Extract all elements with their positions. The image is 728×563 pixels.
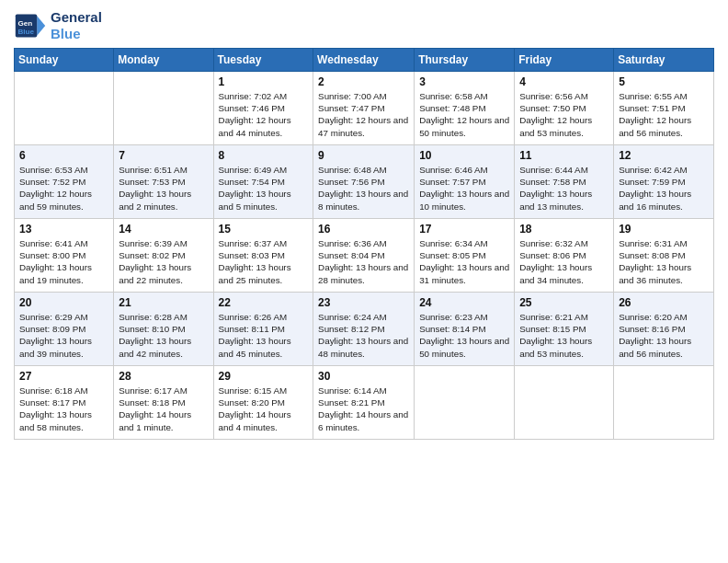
day-number: 23 (318, 296, 409, 309)
day-info: Sunrise: 7:02 AM Sunset: 7:46 PM Dayligh… (219, 90, 309, 139)
logo: Gen Blue General Blue (14, 9, 102, 42)
day-number: 14 (119, 223, 208, 236)
day-number: 12 (619, 149, 709, 162)
day-cell: 25Sunrise: 6:21 AM Sunset: 8:15 PM Dayli… (515, 293, 614, 366)
day-cell: 16Sunrise: 6:36 AM Sunset: 8:04 PM Dayli… (313, 219, 415, 293)
day-cell: 11Sunrise: 6:44 AM Sunset: 7:58 PM Dayli… (515, 145, 614, 219)
day-cell: 21Sunrise: 6:28 AM Sunset: 8:10 PM Dayli… (114, 293, 213, 366)
day-number: 11 (519, 149, 609, 162)
day-info: Sunrise: 6:29 AM Sunset: 8:09 PM Dayligh… (19, 311, 108, 360)
day-number: 30 (318, 370, 409, 383)
svg-text:Blue: Blue (18, 28, 35, 36)
week-row-5: 27Sunrise: 6:18 AM Sunset: 8:17 PM Dayli… (15, 366, 714, 440)
day-cell: 28Sunrise: 6:17 AM Sunset: 8:18 PM Dayli… (114, 366, 213, 440)
day-cell: 8Sunrise: 6:49 AM Sunset: 7:54 PM Daylig… (213, 145, 313, 219)
day-number: 26 (619, 296, 709, 309)
col-header-thursday: Thursday (415, 49, 515, 72)
calendar-table: SundayMondayTuesdayWednesdayThursdayFrid… (14, 48, 714, 440)
day-number: 17 (419, 223, 509, 236)
day-cell: 22Sunrise: 6:26 AM Sunset: 8:11 PM Dayli… (213, 293, 313, 366)
day-number: 24 (419, 296, 509, 309)
day-info: Sunrise: 6:15 AM Sunset: 8:20 PM Dayligh… (219, 385, 309, 433)
day-number: 16 (318, 223, 409, 236)
day-info: Sunrise: 6:58 AM Sunset: 7:48 PM Dayligh… (419, 90, 509, 139)
day-info: Sunrise: 6:55 AM Sunset: 7:51 PM Dayligh… (619, 90, 709, 139)
week-row-3: 13Sunrise: 6:41 AM Sunset: 8:00 PM Dayli… (15, 219, 714, 293)
svg-text:Gen: Gen (18, 19, 33, 28)
day-info: Sunrise: 6:42 AM Sunset: 7:59 PM Dayligh… (619, 164, 709, 213)
day-number: 27 (19, 370, 108, 383)
day-cell (614, 366, 714, 440)
col-header-saturday: Saturday (614, 49, 714, 72)
day-info: Sunrise: 6:26 AM Sunset: 8:11 PM Dayligh… (219, 311, 309, 360)
day-info: Sunrise: 6:20 AM Sunset: 8:16 PM Dayligh… (619, 311, 709, 360)
col-header-wednesday: Wednesday (313, 49, 415, 72)
week-row-1: 1Sunrise: 7:02 AM Sunset: 7:46 PM Daylig… (15, 72, 714, 145)
header: Gen Blue General Blue (14, 9, 714, 42)
day-info: Sunrise: 6:46 AM Sunset: 7:57 PM Dayligh… (419, 164, 509, 213)
day-cell: 27Sunrise: 6:18 AM Sunset: 8:17 PM Dayli… (15, 366, 114, 440)
day-info: Sunrise: 6:39 AM Sunset: 8:02 PM Dayligh… (119, 237, 208, 286)
day-cell: 14Sunrise: 6:39 AM Sunset: 8:02 PM Dayli… (114, 219, 213, 293)
day-number: 9 (318, 149, 409, 162)
day-info: Sunrise: 6:48 AM Sunset: 7:56 PM Dayligh… (318, 164, 409, 213)
day-cell: 29Sunrise: 6:15 AM Sunset: 8:20 PM Dayli… (213, 366, 313, 440)
day-cell: 10Sunrise: 6:46 AM Sunset: 7:57 PM Dayli… (415, 145, 515, 219)
day-info: Sunrise: 6:34 AM Sunset: 8:05 PM Dayligh… (419, 237, 509, 286)
day-number: 20 (19, 296, 108, 309)
day-number: 22 (219, 296, 309, 309)
header-row: SundayMondayTuesdayWednesdayThursdayFrid… (15, 49, 714, 72)
page: Gen Blue General Blue SundayMondayTuesda… (0, 0, 728, 563)
day-info: Sunrise: 6:28 AM Sunset: 8:10 PM Dayligh… (119, 311, 208, 360)
day-info: Sunrise: 6:37 AM Sunset: 8:03 PM Dayligh… (219, 237, 309, 286)
day-number: 5 (619, 75, 709, 88)
day-info: Sunrise: 6:49 AM Sunset: 7:54 PM Dayligh… (219, 164, 309, 213)
day-number: 19 (619, 223, 709, 236)
day-number: 28 (119, 370, 208, 383)
day-cell: 15Sunrise: 6:37 AM Sunset: 8:03 PM Dayli… (213, 219, 313, 293)
day-cell: 17Sunrise: 6:34 AM Sunset: 8:05 PM Dayli… (415, 219, 515, 293)
day-number: 15 (219, 223, 309, 236)
col-header-friday: Friday (515, 49, 614, 72)
day-number: 4 (519, 75, 609, 88)
day-info: Sunrise: 6:53 AM Sunset: 7:52 PM Dayligh… (19, 164, 108, 213)
day-cell: 13Sunrise: 6:41 AM Sunset: 8:00 PM Dayli… (15, 219, 114, 293)
day-number: 6 (19, 149, 108, 162)
day-info: Sunrise: 6:31 AM Sunset: 8:08 PM Dayligh… (619, 237, 709, 286)
day-info: Sunrise: 6:51 AM Sunset: 7:53 PM Dayligh… (119, 164, 208, 213)
day-cell: 30Sunrise: 6:14 AM Sunset: 8:21 PM Dayli… (313, 366, 415, 440)
day-cell: 23Sunrise: 6:24 AM Sunset: 8:12 PM Dayli… (313, 293, 415, 366)
day-number: 2 (318, 75, 409, 88)
logo-text: General Blue (51, 9, 102, 42)
day-cell (515, 366, 614, 440)
day-number: 21 (119, 296, 208, 309)
day-cell: 18Sunrise: 6:32 AM Sunset: 8:06 PM Dayli… (515, 219, 614, 293)
day-cell: 3Sunrise: 6:58 AM Sunset: 7:48 PM Daylig… (415, 72, 515, 145)
day-cell: 9Sunrise: 6:48 AM Sunset: 7:56 PM Daylig… (313, 145, 415, 219)
day-info: Sunrise: 6:32 AM Sunset: 8:06 PM Dayligh… (519, 237, 609, 286)
day-cell: 20Sunrise: 6:29 AM Sunset: 8:09 PM Dayli… (15, 293, 114, 366)
day-cell: 4Sunrise: 6:56 AM Sunset: 7:50 PM Daylig… (515, 72, 614, 145)
week-row-4: 20Sunrise: 6:29 AM Sunset: 8:09 PM Dayli… (15, 293, 714, 366)
day-info: Sunrise: 6:56 AM Sunset: 7:50 PM Dayligh… (519, 90, 609, 139)
day-info: Sunrise: 6:36 AM Sunset: 8:04 PM Dayligh… (318, 237, 409, 286)
day-cell: 19Sunrise: 6:31 AM Sunset: 8:08 PM Dayli… (614, 219, 714, 293)
day-cell (114, 72, 213, 145)
day-cell: 2Sunrise: 7:00 AM Sunset: 7:47 PM Daylig… (313, 72, 415, 145)
day-number: 8 (219, 149, 309, 162)
day-number: 29 (219, 370, 309, 383)
day-cell: 1Sunrise: 7:02 AM Sunset: 7:46 PM Daylig… (213, 72, 313, 145)
col-header-sunday: Sunday (15, 49, 114, 72)
calendar-body: 1Sunrise: 7:02 AM Sunset: 7:46 PM Daylig… (15, 72, 714, 440)
calendar-header: SundayMondayTuesdayWednesdayThursdayFrid… (15, 49, 714, 72)
day-number: 3 (419, 75, 509, 88)
day-info: Sunrise: 6:21 AM Sunset: 8:15 PM Dayligh… (519, 311, 609, 360)
day-info: Sunrise: 6:14 AM Sunset: 8:21 PM Dayligh… (318, 385, 409, 433)
day-cell (415, 366, 515, 440)
logo-icon: Gen Blue (14, 9, 47, 42)
day-info: Sunrise: 6:17 AM Sunset: 8:18 PM Dayligh… (119, 385, 208, 433)
day-number: 1 (219, 75, 309, 88)
day-cell: 12Sunrise: 6:42 AM Sunset: 7:59 PM Dayli… (614, 145, 714, 219)
day-number: 10 (419, 149, 509, 162)
day-info: Sunrise: 6:41 AM Sunset: 8:00 PM Dayligh… (19, 237, 108, 286)
